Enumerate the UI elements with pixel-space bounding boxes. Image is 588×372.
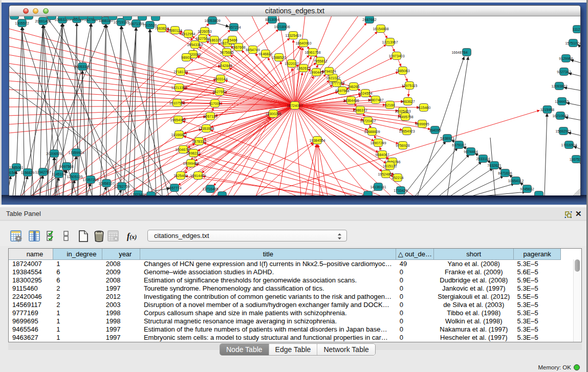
svg-text:3427552: 3427552 [212, 90, 226, 94]
svg-text:17016504: 17016504 [561, 143, 577, 147]
svg-text:10688609: 10688609 [364, 130, 380, 134]
svg-text:12342737: 12342737 [35, 170, 51, 174]
svg-text:1305572: 1305572 [15, 21, 29, 25]
svg-text:1244415: 1244415 [555, 100, 569, 103]
svg-text:8454749: 8454749 [246, 48, 259, 52]
svg-text:1733426: 1733426 [394, 189, 407, 192]
svg-text:15720407: 15720407 [360, 119, 376, 123]
svg-text:98901: 98901 [181, 56, 191, 59]
svg-text:9657774: 9657774 [167, 186, 181, 190]
svg-text:9245632: 9245632 [520, 187, 534, 191]
svg-text:2986372: 2986372 [353, 108, 367, 112]
svg-text:7857234: 7857234 [227, 26, 241, 29]
svg-text:8660124: 8660124 [168, 29, 182, 32]
svg-text:9129966: 9129966 [559, 57, 573, 60]
svg-text:9115460: 9115460 [417, 106, 431, 110]
svg-text:2933114: 2933114 [476, 157, 490, 161]
svg-text:12323446: 12323446 [130, 193, 146, 196]
svg-text:10807487: 10807487 [367, 98, 383, 102]
svg-text:8186328: 8186328 [207, 38, 221, 42]
svg-text:16154838: 16154838 [373, 27, 388, 31]
svg-text:6794024: 6794024 [322, 70, 336, 73]
svg-text:1167534: 1167534 [570, 158, 580, 161]
svg-text:14099489: 14099489 [183, 162, 199, 165]
svg-text:15692971: 15692971 [555, 129, 571, 133]
svg-text:5498222: 5498222 [186, 151, 200, 155]
svg-text:1024554: 1024554 [358, 92, 372, 95]
svg-text:1921022: 1921022 [326, 76, 340, 80]
svg-text:15751074: 15751074 [565, 41, 580, 45]
svg-text:14136141: 14136141 [370, 185, 386, 189]
svg-text:12213363: 12213363 [171, 86, 187, 90]
svg-text:7485063: 7485063 [396, 69, 409, 73]
svg-text:19654982: 19654982 [170, 118, 186, 122]
svg-text:252214: 252214 [391, 176, 403, 180]
svg-text:2867608: 2867608 [231, 46, 245, 49]
svg-text:7632621: 7632621 [487, 164, 501, 167]
svg-text:16053809: 16053809 [204, 19, 220, 23]
svg-text:10782759: 10782759 [114, 185, 129, 188]
svg-text:8912954: 8912954 [181, 32, 195, 36]
svg-text:1990443: 1990443 [309, 71, 323, 74]
svg-text:14495758: 14495758 [397, 115, 413, 119]
svg-text:11121: 11121 [573, 28, 580, 31]
svg-text:10958107: 10958107 [98, 182, 114, 185]
svg-text:13716485: 13716485 [202, 187, 218, 191]
svg-text:20364436: 20364436 [343, 99, 359, 102]
svg-text:10046788: 10046788 [175, 148, 191, 151]
svg-text:17357255: 17357255 [82, 178, 98, 182]
svg-text:9684067: 9684067 [375, 153, 389, 157]
svg-text:9146821: 9146821 [258, 52, 272, 56]
svg-text:2603144: 2603144 [213, 77, 227, 81]
svg-text:9699695: 9699695 [415, 122, 429, 126]
svg-text:7955812: 7955812 [313, 59, 327, 63]
svg-text:2487682: 2487682 [362, 18, 376, 21]
svg-text:18300295: 18300295 [265, 112, 281, 116]
svg-text:19166827: 19166827 [171, 133, 187, 137]
svg-text:9227342: 9227342 [557, 70, 571, 74]
svg-text:16961758: 16961758 [304, 51, 320, 54]
svg-text:12975115: 12975115 [402, 84, 418, 87]
svg-text:9474444: 9474444 [464, 150, 477, 154]
svg-text:19524851: 19524851 [378, 172, 394, 176]
svg-text:12353594: 12353594 [198, 127, 214, 130]
svg-text:39154: 39154 [9, 171, 16, 174]
svg-text:1362615: 1362615 [296, 67, 310, 70]
svg-text:18724007: 18724007 [287, 104, 302, 107]
svg-text:9242848: 9242848 [218, 64, 232, 68]
svg-text:9097568: 9097568 [59, 165, 73, 168]
svg-text:117006: 117006 [209, 102, 221, 105]
svg-text:8813054: 8813054 [265, 18, 279, 21]
svg-text:3226053: 3226053 [198, 30, 211, 33]
svg-text:19384554: 19384554 [309, 139, 325, 142]
svg-text:746266: 746266 [347, 85, 359, 89]
svg-text:6497568: 6497568 [335, 89, 349, 93]
svg-text:3878332: 3878332 [192, 140, 206, 143]
svg-text:1615132: 1615132 [383, 164, 397, 168]
svg-text:16914479: 16914479 [190, 174, 206, 178]
svg-text:1322037: 1322037 [285, 62, 298, 65]
svg-text:8267110: 8267110 [204, 115, 217, 118]
svg-text:16671355: 16671355 [128, 22, 144, 26]
svg-text:62160: 62160 [385, 103, 395, 107]
svg-text:3875685: 3875685 [220, 51, 233, 54]
svg-text:12505135: 12505135 [67, 175, 82, 179]
svg-text:10973403: 10973403 [388, 54, 404, 58]
svg-text:8471636: 8471636 [498, 171, 512, 175]
svg-text:10025433: 10025433 [395, 110, 410, 113]
svg-text:16107553: 16107553 [169, 101, 185, 105]
svg-text:12213967: 12213967 [382, 40, 398, 44]
svg-text:5938923: 5938923 [440, 137, 454, 140]
svg-text:17359924: 17359924 [68, 151, 84, 155]
svg-text:16648784: 16648784 [451, 51, 467, 54]
svg-text:9463627: 9463627 [401, 100, 415, 103]
svg-text:6379197: 6379197 [452, 143, 466, 147]
svg-text:1156829: 1156829 [21, 171, 35, 174]
svg-text:16210643: 16210643 [552, 114, 568, 118]
svg-text:10719185: 10719185 [113, 20, 129, 24]
svg-text:16543382: 16543382 [187, 43, 203, 47]
svg-text:164095: 164095 [429, 128, 441, 132]
svg-text:20053346: 20053346 [74, 65, 90, 69]
svg-text:2718170: 2718170 [173, 70, 187, 74]
svg-text:18640910: 18640910 [295, 41, 311, 45]
